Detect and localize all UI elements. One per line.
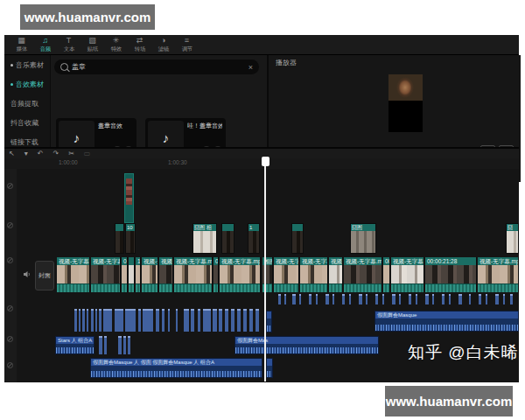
video-clip[interactable]: 视频-无字幕.A: [57, 257, 90, 292]
text-clip-stripe[interactable]: [118, 336, 122, 354]
video-clip[interactable]: [129, 257, 135, 292]
text-clip-stripe[interactable]: [125, 309, 136, 332]
text-clip-stripe[interactable]: [416, 294, 417, 304]
text-clip-stripe[interactable]: [359, 294, 362, 304]
text-clip-stripe[interactable]: [87, 309, 88, 332]
track-mute-icon[interactable]: [7, 183, 13, 189]
text-clip-stripe[interactable]: [168, 309, 170, 332]
video-clip[interactable]: 视频-无: [329, 257, 343, 292]
overlay-clip[interactable]: 囧: [506, 223, 519, 254]
text-clip-stripe[interactable]: [82, 309, 85, 332]
text-clip-stripe[interactable]: [326, 294, 329, 304]
sidebar-item-音频提取[interactable]: 音频提取: [4, 94, 50, 113]
tab-媒体[interactable]: ▦媒体: [10, 36, 33, 52]
tab-特效[interactable]: ✳特效: [104, 36, 128, 52]
text-clip-stripe[interactable]: [349, 294, 351, 304]
text-clip-stripe[interactable]: [458, 294, 462, 304]
overlay-clip[interactable]: 囧图 相: [192, 223, 217, 254]
video-clip[interactable]: 1: [136, 257, 141, 292]
video-clip[interactable]: 0: [214, 257, 219, 292]
video-clip[interactable]: 00:00:21:28: [425, 257, 477, 292]
text-clip-stripe[interactable]: [203, 309, 211, 332]
text-clip-stripe[interactable]: [299, 294, 301, 304]
video-clip[interactable]: 视频-无字幕.mp4: [478, 257, 519, 292]
track-mute-icon[interactable]: [7, 336, 13, 342]
track-mute-icon[interactable]: [7, 362, 13, 368]
playhead-handle[interactable]: [262, 157, 270, 166]
video-clip[interactable]: 视频-无字: [274, 257, 299, 292]
video-clip[interactable]: 0: [122, 257, 128, 292]
text-clip-stripe[interactable]: [309, 294, 312, 304]
overlay-clip[interactable]: 囧图: [350, 223, 376, 254]
text-clip-stripe[interactable]: [503, 294, 505, 304]
tab-滤镜[interactable]: ◑滤镜: [151, 36, 175, 52]
sidebar-item-抖音收藏[interactable]: 抖音收藏: [4, 113, 50, 132]
text-clip-stripe[interactable]: [432, 294, 434, 304]
crop-icon[interactable]: ▭: [84, 150, 91, 158]
sidebar-item-音乐素材[interactable]: 音乐素材: [4, 55, 50, 74]
video-clip[interactable]: 视频-无字幕.mp4: [391, 257, 424, 292]
overlay-clip[interactable]: [291, 223, 304, 254]
text-clip-stripe[interactable]: [442, 294, 444, 304]
text-clip-stripe[interactable]: [115, 309, 123, 332]
overlay-clip[interactable]: [221, 223, 234, 254]
select-caret-icon[interactable]: ▾: [24, 150, 28, 158]
text-clip-stripe[interactable]: [104, 336, 107, 354]
text-clip-stripe[interactable]: [382, 294, 384, 304]
text-clip-stripe[interactable]: [74, 309, 77, 332]
text-clip-stripe[interactable]: [495, 294, 499, 304]
overlay-clip[interactable]: 10: [125, 223, 136, 254]
text-clip-stripe[interactable]: [256, 309, 259, 332]
text-clip-stripe[interactable]: [156, 309, 159, 332]
text-clip-stripe[interactable]: [191, 309, 194, 332]
overlay-clip[interactable]: 1: [248, 223, 260, 254]
overlay-clip-tall[interactable]: [124, 173, 134, 223]
text-clip-stripe[interactable]: [225, 309, 228, 332]
tab-转场[interactable]: ⇄转场: [128, 36, 151, 52]
overlay-clip[interactable]: [115, 223, 124, 254]
text-clip-stripe[interactable]: [479, 294, 481, 304]
text-clip-stripe[interactable]: [176, 309, 178, 332]
text-clip-stripe[interactable]: [162, 309, 164, 332]
text-clip-stripe[interactable]: [469, 294, 471, 304]
text-clip-stripe[interactable]: [143, 309, 153, 332]
select-tool-icon[interactable]: ↖: [9, 150, 15, 158]
text-clip-stripe[interactable]: [103, 309, 112, 332]
text-clip-stripe[interactable]: [409, 294, 411, 304]
text-clip-stripe[interactable]: [486, 294, 487, 304]
undo-icon[interactable]: ↶: [38, 150, 44, 158]
text-clip-stripe[interactable]: [249, 309, 253, 332]
redo-icon[interactable]: ↷: [52, 150, 59, 158]
text-clip-stripe[interactable]: [342, 294, 345, 304]
text-clip-stripe[interactable]: [237, 309, 241, 332]
video-clip[interactable]: 视频-无字幕.mp4: [220, 257, 261, 292]
tab-贴纸[interactable]: ▧贴纸: [80, 36, 104, 52]
video-clip[interactable]: 视频-无字幕: [91, 257, 121, 292]
audio-clip[interactable]: [266, 311, 272, 332]
video-clip[interactable]: 视频-无字幕: [300, 257, 328, 292]
audio-clip[interactable]: Stars 人 组合A: [55, 336, 94, 354]
text-clip-stripe[interactable]: [425, 294, 429, 304]
audio-clip[interactable]: 假面舞会Masque: [374, 311, 519, 332]
audio-clip[interactable]: [266, 358, 273, 378]
text-clip-stripe[interactable]: [231, 309, 234, 332]
audio-clip[interactable]: 假面舞会Masque 人 假面 假面舞会Masque 人 组合A: [90, 358, 262, 378]
text-clip-stripe[interactable]: [243, 309, 247, 332]
text-clip-stripe[interactable]: [392, 294, 396, 304]
text-clip-stripe[interactable]: [399, 294, 401, 304]
tab-文本[interactable]: T文本: [57, 36, 80, 52]
audio-clip[interactable]: 假面舞会Mas: [234, 336, 379, 354]
text-clip-stripe[interactable]: [278, 294, 281, 304]
speaker-icon[interactable]: [23, 270, 31, 278]
text-clip-stripe[interactable]: [375, 294, 378, 304]
video-clip[interactable]: 视频-无字: [142, 257, 158, 292]
text-clip-stripe[interactable]: [79, 309, 80, 332]
text-clip-stripe[interactable]: [292, 294, 296, 304]
cover-button[interactable]: 封面: [35, 261, 54, 290]
text-clip-stripe[interactable]: [184, 309, 189, 332]
text-clip-stripe[interactable]: [219, 309, 222, 332]
text-clip-stripe[interactable]: [366, 294, 368, 304]
track-mute-icon[interactable]: [7, 257, 13, 263]
video-clip[interactable]: 视频-无字幕.mp4: [344, 257, 382, 292]
video-clip[interactable]: 视频-无字幕.mp4: [174, 257, 213, 292]
